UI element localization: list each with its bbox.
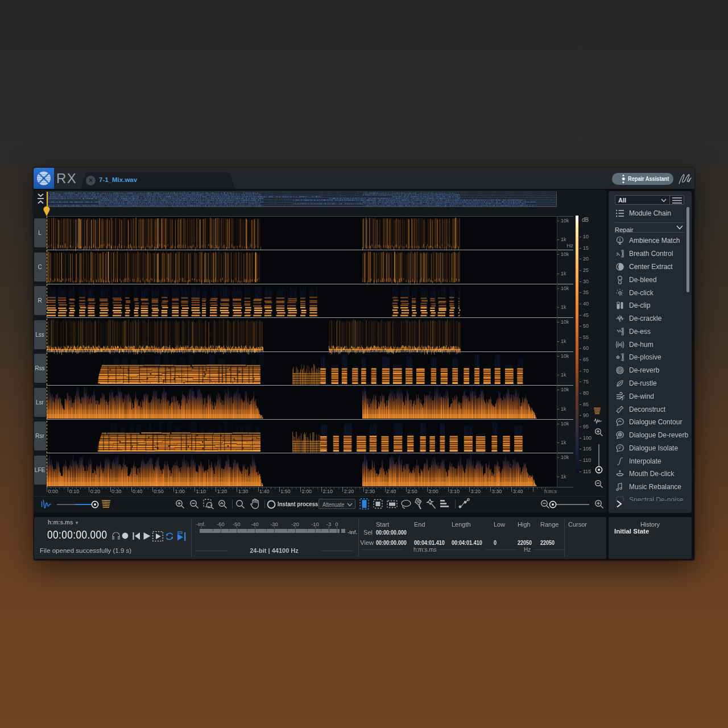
db-tick-label: 115 <box>583 469 591 474</box>
time-zoom-thumb[interactable] <box>549 500 557 508</box>
lasso-selection-tool[interactable] <box>400 499 412 510</box>
time-frequency-selection-tool[interactable] <box>373 499 383 509</box>
timeline-tick <box>347 487 348 489</box>
ambience-match-icon <box>615 236 624 245</box>
timeline-tick <box>342 487 343 492</box>
vertical-zoom-thumb[interactable] <box>595 466 603 474</box>
collapse-overview-icon[interactable] <box>37 193 44 205</box>
go-to-start-button[interactable] <box>133 532 140 540</box>
panel-divider <box>564 519 565 557</box>
loop-button[interactable] <box>165 532 174 541</box>
panel-divider <box>191 519 192 557</box>
channel-label-r[interactable]: R <box>34 286 46 315</box>
timeline-tick <box>511 487 512 492</box>
timeline-tick <box>118 487 119 489</box>
timeline-tick <box>415 487 415 489</box>
time-zoom-in-icon[interactable] <box>594 499 604 509</box>
channel-label-c[interactable]: C <box>34 253 46 282</box>
playhead-pin-icon[interactable] <box>43 205 51 217</box>
play-to-end-button[interactable] <box>177 531 186 541</box>
timeline-tick <box>177 487 178 489</box>
timeline-tick <box>313 487 313 489</box>
audio-format-label: 24-bit | 44100 Hz <box>229 547 320 554</box>
magnifier-tool-icon[interactable] <box>235 499 245 509</box>
db-tick-label: 50 <box>583 323 589 329</box>
zoom-reset-icon[interactable] <box>218 499 228 509</box>
play-selection-button[interactable] <box>152 531 163 541</box>
timeline-tick <box>296 487 296 489</box>
spectrogram-view-icon[interactable] <box>593 407 601 415</box>
timeline-tick <box>271 487 271 489</box>
timeline-tick <box>144 487 144 489</box>
timeline-tick <box>152 487 153 492</box>
zoom-selection-icon[interactable] <box>203 499 214 510</box>
process-mode-dropdown[interactable]: Attenuate <box>318 499 355 509</box>
brush-selection-tool[interactable] <box>413 498 424 510</box>
channel-label-l[interactable]: L <box>34 218 46 247</box>
timeline-tick <box>80 487 81 489</box>
db-tick <box>580 304 581 304</box>
db-tick <box>580 471 581 472</box>
instant-process-toggle[interactable] <box>267 500 276 509</box>
timeline-tick <box>326 487 326 489</box>
hand-tool-icon[interactable] <box>250 498 260 509</box>
timeline-tick <box>186 487 187 489</box>
vertical-zoom-in-icon[interactable] <box>594 428 603 437</box>
timeline-tick <box>76 487 77 489</box>
record-button[interactable] <box>122 532 129 539</box>
play-button[interactable] <box>143 532 151 540</box>
timeline-tick <box>444 487 445 489</box>
signature-icon[interactable] <box>678 173 692 185</box>
freq-column-header: Range <box>540 521 559 528</box>
freq-label: 10k <box>561 421 569 427</box>
meter-tick <box>237 527 237 529</box>
meter-tick <box>201 527 202 529</box>
monitor-icon[interactable] <box>111 531 121 540</box>
channel-separator <box>47 419 573 420</box>
blend-slider-thumb[interactable] <box>91 500 99 508</box>
time-zoom-slider[interactable] <box>555 504 589 505</box>
frequency-selection-tool[interactable] <box>387 500 398 508</box>
time-format-selector[interactable]: h:m:s.ms ▼ <box>48 519 79 526</box>
module-item-label: Spectral De-noise <box>629 496 683 501</box>
db-tick-label: 70 <box>583 368 589 374</box>
clip-indicator[interactable] <box>341 529 345 533</box>
panel-divider <box>358 519 359 557</box>
tab-close-icon[interactable]: × <box>86 176 96 185</box>
timeline-label: 3:10 <box>450 489 460 494</box>
vertical-zoom-out-icon[interactable] <box>594 479 603 489</box>
magic-wand-tool[interactable] <box>426 498 437 510</box>
db-tick <box>580 427 581 427</box>
zoom-out-icon[interactable] <box>189 499 199 509</box>
timeline-tick <box>203 487 204 489</box>
meter-notch <box>213 529 213 531</box>
timeline-tick <box>330 487 330 489</box>
channel-label-lsr[interactable]: Lsr <box>34 388 46 417</box>
module-list: Module ChainAmbience MatchBreath Control… <box>609 191 692 501</box>
timeline-tick <box>283 487 284 489</box>
zoom-in-icon[interactable] <box>175 499 185 509</box>
timeline-tick <box>123 487 123 489</box>
waveform-view-icon[interactable] <box>593 417 602 425</box>
timeline-tick <box>419 487 419 489</box>
channel-label-lss[interactable]: Lss <box>34 320 46 349</box>
timeline-tick <box>212 487 212 489</box>
time-selection-tool[interactable] <box>359 498 369 510</box>
timeline-tick <box>351 487 351 489</box>
history-item[interactable]: Initial State <box>614 528 649 535</box>
curve-tool-icon[interactable] <box>458 498 470 509</box>
harmonics-selection-tool[interactable] <box>440 500 449 508</box>
meter-notch <box>329 529 329 531</box>
file-tab[interactable]: × 7-1_Mix.wav <box>81 172 235 189</box>
freq-label: 1k <box>561 304 566 310</box>
channel-label-rsr[interactable]: Rsr <box>34 421 46 450</box>
channel-label-lfe[interactable]: LFE <box>34 456 46 485</box>
repair-assistant-button[interactable]: Repair Assistant <box>612 173 673 185</box>
chevron-down-icon <box>676 225 683 230</box>
channel-label-rss[interactable]: Rss <box>34 354 46 383</box>
waveform-overview[interactable] <box>47 192 557 207</box>
db-tick-label: 55 <box>583 334 589 340</box>
expand-panel-chevron[interactable] <box>616 500 622 508</box>
timeline-tick <box>334 487 334 489</box>
module-category-header[interactable]: Repair <box>615 224 684 234</box>
